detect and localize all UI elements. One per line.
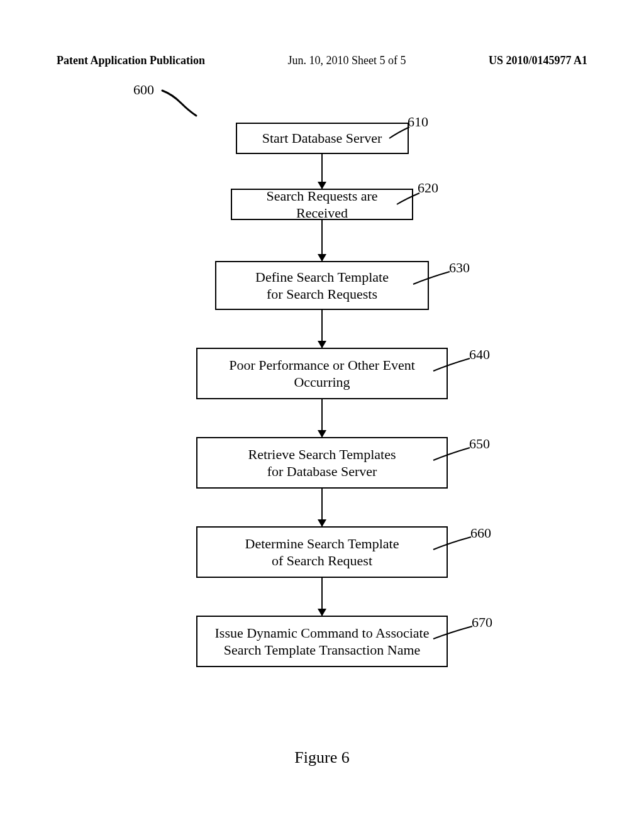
figure-reference-leader (161, 89, 199, 118)
flow-arrow (321, 310, 323, 348)
flow-arrow (321, 578, 323, 616)
flow-step-610: Start Database Server (236, 123, 409, 154)
header-left: Patent Application Publication (57, 54, 205, 67)
ref-label-630: 630 (449, 260, 470, 276)
flow-step-670: Issue Dynamic Command to Associate Searc… (196, 616, 448, 667)
flow-step-650: Retrieve Search Templates for Database S… (196, 437, 448, 489)
figure-caption: Figure 6 (0, 748, 644, 767)
ref-label-620: 620 (418, 180, 438, 196)
step-text: Define Search Template (255, 268, 389, 286)
step-text: Poor Performance or Other Event (229, 357, 415, 374)
flow-arrow (321, 489, 323, 526)
flow-row: Determine Search Template of Search Requ… (0, 526, 644, 616)
flowchart: Start Database Server 610 Search Request… (0, 123, 644, 667)
ref-label-610: 610 (408, 114, 428, 130)
figure-reference-number: 600 (133, 82, 154, 98)
flow-step-640: Poor Performance or Other Event Occurrin… (196, 348, 448, 399)
step-text: for Database Server (267, 463, 377, 480)
step-text: Occurring (294, 374, 350, 391)
step-text: Issue Dynamic Command to Associate (215, 624, 430, 642)
flow-row: Retrieve Search Templates for Database S… (0, 437, 644, 526)
step-text: for Search Requests (267, 285, 377, 303)
flow-row: Define Search Template for Search Reques… (0, 261, 644, 348)
step-text: Determine Search Template (245, 535, 399, 553)
flow-arrow (321, 220, 323, 261)
flow-row: Search Requests are Received 620 (0, 189, 644, 261)
ref-label-650: 650 (469, 436, 490, 452)
flow-arrow (321, 399, 323, 437)
flow-row: Start Database Server 610 (0, 123, 644, 189)
header-mid: Jun. 10, 2010 Sheet 5 of 5 (288, 54, 406, 67)
flow-row: Poor Performance or Other Event Occurrin… (0, 348, 644, 437)
flow-step-620: Search Requests are Received (231, 189, 413, 220)
ref-label-640: 640 (469, 346, 490, 363)
flow-arrow (321, 154, 323, 189)
step-text: Search Requests are Received (241, 187, 403, 222)
ref-label-660: 660 (470, 525, 491, 541)
step-text: Start Database Server (262, 130, 382, 147)
step-text: Retrieve Search Templates (248, 446, 396, 463)
step-text: of Search Request (272, 552, 372, 570)
ref-label-670: 670 (472, 614, 492, 631)
flow-step-660: Determine Search Template of Search Requ… (196, 526, 448, 578)
header-right: US 2010/0145977 A1 (489, 54, 587, 67)
flow-row: Issue Dynamic Command to Associate Searc… (0, 616, 644, 667)
page-header: Patent Application Publication Jun. 10, … (0, 54, 644, 67)
flow-step-630: Define Search Template for Search Reques… (215, 261, 429, 310)
step-text: Search Template Transaction Name (224, 641, 421, 659)
